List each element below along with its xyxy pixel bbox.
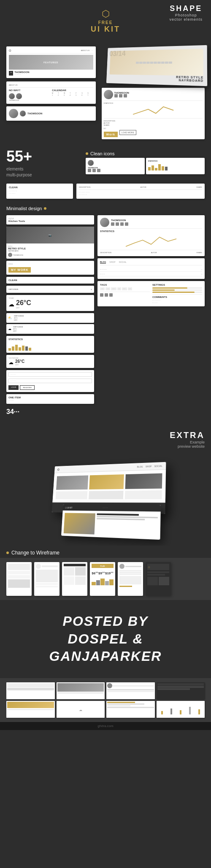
wf-t4-chart — [92, 577, 114, 585]
wp-nav-1: BLOG — [137, 465, 143, 468]
weather-rows: ⛅ WARSZAWA 26°C DRY ☁ WARSZAWA 26°C DRY — [6, 313, 94, 334]
mock-title: ⬡ — [9, 49, 11, 52]
weather-info-1: WARSZAWA 26°C DRY — [14, 315, 24, 321]
bar-6 — [165, 167, 168, 170]
thumbnail-row: THOMSOON STATISTICS — [86, 158, 205, 174]
bt-5 — [6, 701, 55, 718]
desc-text: ·· ·· ·· ·· ·· ·· ·· ···· ·· ·· ·· ·· ·· — [79, 191, 202, 196]
cal-d1: M — [52, 92, 57, 94]
wireframe-text: Change to Wireframe — [11, 550, 60, 556]
extra-sub2: preview website — [6, 444, 205, 449]
stat-bg-2 — [152, 289, 202, 291]
warszawa-card[interactable]: WARSZAWA ▾ — [6, 286, 94, 293]
posted-line2: DOSPEL & — [8, 630, 203, 648]
blog-tabs: BLOG SHOP SOCIAL — [100, 261, 202, 265]
social-tab[interactable]: SOCIAL — [119, 261, 127, 264]
cal-d4: T — [70, 92, 75, 94]
count-number: 55+ — [6, 148, 32, 165]
social-fb — [114, 94, 118, 97]
desc-label: DESCRIPTION — [79, 186, 90, 188]
key-8 — [161, 61, 164, 63]
mock-about-label: ABOUT US — [9, 84, 93, 86]
rp1-divider2 — [104, 118, 203, 119]
password-input[interactable]: ·· ·· ·· ·· — [8, 379, 92, 383]
wf-t3-grid — [64, 567, 86, 585]
cal-n5: 5 — [76, 95, 81, 96]
stat-bg-3 — [152, 292, 202, 293]
wp-text-1 — [56, 491, 88, 499]
bt4-l2 — [157, 688, 190, 690]
mock-tag-1: ••• — [9, 71, 13, 76]
blog-tab[interactable]: BLOG — [100, 261, 106, 264]
bt-2 — [57, 682, 105, 699]
key-6 — [153, 62, 157, 64]
sb-7 — [29, 348, 31, 351]
price-col-1: · $6°° — [92, 569, 98, 575]
bt3-l2 — [107, 691, 154, 692]
bt3-l1 — [107, 689, 154, 690]
weather-info-2: WARSZAWA 26°C DRY — [13, 326, 23, 332]
mw-badge: MY WORK — [8, 267, 31, 273]
stat-fill-2 — [152, 289, 175, 291]
thumb-avatar-1 — [88, 160, 94, 166]
price-tag-2: $9°° — [98, 571, 105, 575]
list-row-2: ·· ·· ·· › — [100, 272, 202, 276]
extra-title: EXTRA — [6, 430, 205, 440]
thumb-soc-3 — [97, 169, 100, 172]
left-elements: 01/14 Kitchen Tools 📷 03/14 RETRO STYLE … — [6, 215, 94, 418]
key-10 — [168, 61, 172, 63]
w1-dry: DRY — [14, 319, 24, 321]
shop-tab[interactable]: SHOP — [109, 261, 115, 264]
rp-avatar — [100, 218, 109, 227]
login-card: ·· ·· ·· ·· ·· ·· ·· ·· LOGIN REGISTER — [6, 370, 94, 392]
shape-section: SHAPE Photoshop vector elements — [169, 4, 203, 22]
date-card: 01/14 Kitchen Tools — [6, 215, 94, 224]
preview-row-1: ⬡ ABOUT US ··· FEATURED ••• THOMSOON ···… — [0, 42, 211, 143]
tag-1: ····· — [100, 287, 105, 290]
register-btn[interactable]: REGISTER — [20, 385, 34, 390]
bt3-name — [113, 685, 154, 687]
key-7 — [157, 61, 160, 63]
one-item-text: ·· ·· ·· ·· — [8, 400, 92, 402]
profile-card-wrap: THOMSOON — [6, 106, 96, 121]
iso-keyboard-card: 03/14 RETRO STYLENAYRBOARD — [106, 45, 208, 86]
rp-share: SHARE — [196, 251, 202, 254]
thumb-grid: ☁ — [6, 682, 205, 718]
rp-soc-4 — [125, 222, 128, 226]
load-more-btn[interactable]: LOAD MORE — [119, 130, 136, 135]
tag-6: ···· — [128, 287, 132, 290]
bullet-dot-1 — [86, 152, 88, 155]
login-buttons: LOGIN REGISTER — [8, 385, 92, 390]
tag-3: ······ — [111, 287, 116, 290]
rp1-social — [114, 94, 129, 97]
list-content-1: ·· ·· ·· ·· — [100, 268, 106, 270]
rp1-share: SHARE — [104, 124, 203, 126]
settings-col: SETTINGS COMMENTS ·· ·· — [152, 284, 202, 304]
retro-text: RETRO STYLENAYRBOARD — [109, 74, 203, 82]
yesterday-row: ☁ 26°C DRY — [8, 359, 92, 366]
bt7-content — [107, 702, 154, 708]
elements-label: elements — [6, 167, 32, 171]
wf-t5-name — [125, 566, 141, 567]
bt-6: ☁ — [57, 701, 105, 718]
login-btn[interactable]: LOGIN — [8, 385, 19, 390]
today-weather-row: ☁ 26°C DRY — [8, 299, 92, 309]
tags-divider — [100, 292, 150, 292]
thumb-card-1: THOMSOON — [86, 158, 145, 174]
thumb-soc-1 — [88, 169, 91, 172]
img-keyboard: NAYRBOARD — [8, 250, 92, 252]
my-work-sub: MY — [104, 127, 118, 130]
wf-t6-l1 — [147, 571, 169, 573]
thumb-soc-2 — [92, 169, 96, 172]
wf-t5-l1 — [119, 570, 141, 571]
extra-sub1: Example — [6, 440, 205, 444]
bt8-b5 — [198, 709, 200, 714]
wf-thumb-5 — [118, 562, 143, 596]
rp-chart-svg — [100, 234, 202, 249]
cal-d3: W — [64, 92, 69, 94]
wp2-img — [64, 513, 95, 534]
username-input[interactable]: ·· ·· ·· ·· — [8, 372, 92, 377]
cal-n7: 7 — [87, 95, 93, 96]
key-9 — [165, 61, 168, 63]
right-profile-cards: THOMSOON STATISTICS — [102, 88, 205, 139]
